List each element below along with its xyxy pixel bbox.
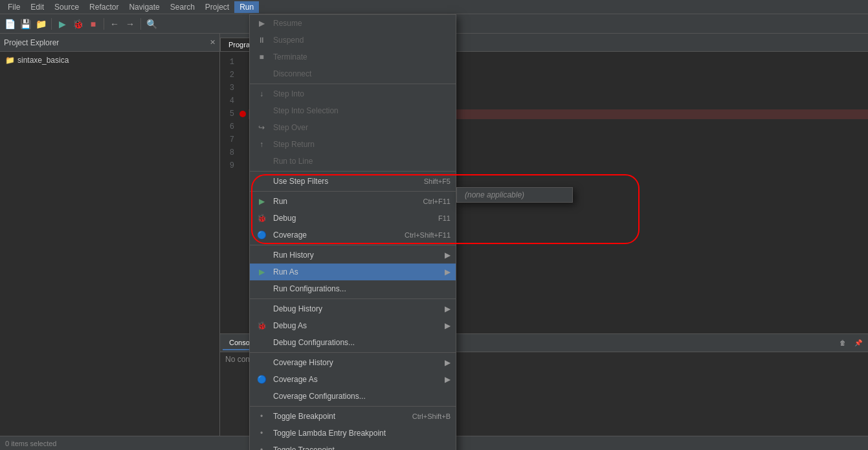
breakpoint-marker-5 bbox=[239, 111, 246, 117]
menu-item-run-to-line[interactable]: Run to Line bbox=[250, 153, 456, 170]
menu-item-run-configurations[interactable]: Run Configurations... bbox=[250, 280, 456, 297]
menu-label-toggle-bp: Toggle Breakpoint bbox=[273, 412, 335, 421]
side-panel-close[interactable]: ✕ bbox=[210, 38, 216, 47]
menu-item-run-history[interactable]: Run History ▶ bbox=[250, 247, 456, 264]
menu-run[interactable]: Run bbox=[234, 1, 259, 13]
menu-item-coverage-configurations[interactable]: Coverage Configurations... bbox=[250, 388, 456, 405]
menu-item-disconnect[interactable]: Disconnect bbox=[250, 65, 456, 82]
toolbar-stop[interactable]: ■ bbox=[86, 17, 100, 31]
menu-label-debug-as: Debug As bbox=[273, 321, 307, 330]
run-as-arrow: ▶ bbox=[445, 267, 451, 276]
console-clear[interactable]: 🗑 bbox=[836, 336, 850, 350]
menu-label-step-into-selection: Step Into Selection bbox=[273, 106, 339, 115]
menu-label-run-as: Run As bbox=[273, 267, 298, 276]
coverage-as-arrow: ▶ bbox=[445, 375, 451, 384]
menu-item-use-step-filters[interactable]: Use Step Filters Shift+F5 bbox=[250, 173, 456, 190]
toolbar-run[interactable]: ▶ bbox=[55, 17, 69, 31]
menu-item-debug-as[interactable]: 🐞 Debug As ▶ bbox=[250, 317, 456, 334]
toolbar-save-all[interactable]: 📁 bbox=[34, 17, 48, 31]
menubar: File Edit Source Refactor Navigate Searc… bbox=[0, 0, 868, 14]
menu-item-step-over[interactable]: ↪ Step Over bbox=[250, 119, 456, 136]
separator-7 bbox=[250, 406, 456, 407]
step-return-icon: ↑ bbox=[255, 138, 268, 151]
run-history-arrow: ▶ bbox=[445, 251, 451, 260]
step-into-selection-icon bbox=[255, 104, 268, 117]
step-filters-icon bbox=[255, 175, 268, 188]
menu-label-resume: Resume bbox=[273, 19, 302, 28]
coverage-history-icon bbox=[255, 356, 268, 369]
menu-search[interactable]: Search bbox=[165, 1, 200, 13]
menu-source[interactable]: Source bbox=[49, 1, 84, 13]
console-pin[interactable]: 📌 bbox=[851, 336, 865, 350]
menu-item-run-as[interactable]: ▶ Run As ▶ bbox=[250, 264, 456, 280]
menu-label-run-configurations: Run Configurations... bbox=[273, 284, 346, 293]
coverage-as-icon: 🔵 bbox=[255, 373, 268, 386]
run-menu-dropdown[interactable]: ▶ Resume ⏸ Suspend ■ Terminate Disconnec… bbox=[249, 14, 456, 450]
disconnect-icon bbox=[255, 67, 268, 80]
menu-item-coverage-history[interactable]: Coverage History ▶ bbox=[250, 354, 456, 371]
run-as-submenu[interactable]: (none applicable) bbox=[456, 187, 573, 203]
menu-item-toggle-bp[interactable]: • Toggle Breakpoint Ctrl+Shift+B bbox=[250, 408, 456, 425]
menu-label-suspend: Suspend bbox=[273, 36, 304, 45]
debug-as-icon: 🐞 bbox=[255, 319, 268, 332]
menu-file[interactable]: File bbox=[3, 1, 25, 13]
toggle-tracepoint-icon: • bbox=[255, 444, 268, 450]
side-panel: Project Explorer ✕ 📁 sintaxe_basica bbox=[0, 34, 220, 450]
menu-item-step-into-selection[interactable]: Step Into Selection bbox=[250, 102, 456, 119]
toolbar-prev[interactable]: ← bbox=[107, 17, 122, 31]
menu-navigate[interactable]: Navigate bbox=[124, 1, 164, 13]
menu-label-step-over: Step Over bbox=[273, 123, 308, 132]
menu-item-terminate[interactable]: ■ Terminate bbox=[250, 49, 456, 65]
project-explorer-title: Project Explorer bbox=[4, 38, 59, 47]
menu-label-terminate: Terminate bbox=[273, 52, 307, 62]
toolbar-search[interactable]: 🔍 bbox=[144, 17, 159, 31]
resume-icon: ▶ bbox=[255, 17, 268, 30]
menu-label-disconnect: Disconnect bbox=[273, 69, 311, 78]
run-as-icon: ▶ bbox=[255, 265, 268, 278]
status-text: 0 items selected bbox=[5, 440, 56, 447]
menu-item-suspend[interactable]: ⏸ Suspend bbox=[250, 32, 456, 49]
menu-item-toggle-lambda-bp[interactable]: • Toggle Lambda Entry Breakpoint bbox=[250, 425, 456, 442]
menu-item-run[interactable]: ▶ Run Ctrl+F11 bbox=[250, 193, 456, 210]
menu-item-toggle-tracepoint[interactable]: • Toggle Tracepoint bbox=[250, 442, 456, 450]
side-panel-header: Project Explorer ✕ bbox=[0, 34, 219, 52]
suspend-icon: ⏸ bbox=[255, 34, 268, 47]
toolbar-save[interactable]: 💾 bbox=[18, 17, 32, 31]
menu-item-step-return[interactable]: ↑ Step Return bbox=[250, 136, 456, 153]
menu-item-step-into[interactable]: ↓ Step Into bbox=[250, 85, 456, 102]
menu-item-coverage[interactable]: 🔵 Coverage Ctrl+Shift+F11 bbox=[250, 227, 456, 243]
menu-item-debug-history[interactable]: Debug History ▶ bbox=[250, 300, 456, 317]
menu-item-debug-configurations[interactable]: Debug Configurations... bbox=[250, 334, 456, 351]
toolbar-debug[interactable]: 🐞 bbox=[71, 17, 85, 31]
menu-label-use-step-filters: Use Step Filters bbox=[273, 177, 328, 186]
menu-label-step-into: Step Into bbox=[273, 89, 304, 98]
debug-icon: 🐞 bbox=[255, 212, 268, 225]
tree-item-project[interactable]: 📁 sintaxe_basica bbox=[3, 54, 217, 66]
terminate-icon: ■ bbox=[255, 51, 268, 63]
menu-project[interactable]: Project bbox=[200, 1, 234, 13]
coverage-icon: 🔵 bbox=[255, 229, 268, 242]
separator-1 bbox=[250, 84, 456, 84]
menu-item-resume[interactable]: ▶ Resume bbox=[250, 15, 456, 32]
separator-5 bbox=[250, 298, 456, 299]
menu-refactor[interactable]: Refactor bbox=[84, 1, 124, 13]
toolbar-next[interactable]: → bbox=[123, 17, 137, 31]
project-tree: 📁 sintaxe_basica bbox=[0, 52, 219, 450]
run-configurations-icon bbox=[255, 282, 268, 295]
tree-label-project: sintaxe_basica bbox=[17, 56, 69, 65]
folder-icon: 📁 bbox=[5, 56, 15, 65]
run-history-icon bbox=[255, 249, 268, 262]
menu-label-coverage-history: Coverage History bbox=[273, 358, 333, 367]
toolbar-new[interactable]: 📄 bbox=[3, 17, 17, 31]
menu-label-run-to-line: Run to Line bbox=[273, 157, 313, 166]
menu-edit[interactable]: Edit bbox=[25, 1, 49, 13]
menu-label-coverage-configurations: Coverage Configurations... bbox=[273, 392, 366, 401]
menu-item-coverage-as[interactable]: 🔵 Coverage As ▶ bbox=[250, 371, 456, 388]
run-as-none-applicable: (none applicable) bbox=[457, 188, 572, 202]
debug-as-arrow: ▶ bbox=[445, 321, 451, 330]
step-over-icon: ↪ bbox=[255, 121, 268, 134]
run-icon: ▶ bbox=[255, 195, 268, 208]
menu-label-debug: Debug bbox=[273, 214, 296, 223]
menu-item-debug[interactable]: 🐞 Debug F11 bbox=[250, 210, 456, 227]
separator-4 bbox=[250, 245, 456, 245]
